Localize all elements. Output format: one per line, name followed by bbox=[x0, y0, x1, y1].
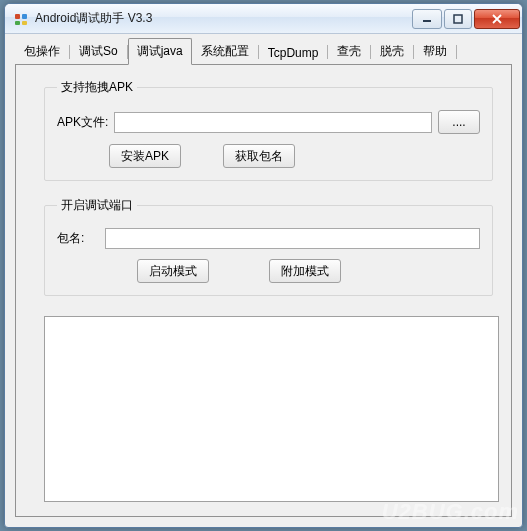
minimize-button[interactable] bbox=[412, 9, 442, 29]
tab-label: 查壳 bbox=[337, 44, 361, 58]
svg-rect-5 bbox=[454, 15, 462, 23]
tab-label: 帮助 bbox=[423, 44, 447, 58]
tab-system-config[interactable]: 系统配置 bbox=[192, 38, 258, 64]
tab-label: 调试java bbox=[137, 44, 183, 58]
tab-tcpdump[interactable]: TcpDump bbox=[259, 41, 328, 64]
group-drag-apk: 支持拖拽APK APK文件: .... 安装APK 获取包名 bbox=[44, 79, 493, 181]
titlebar[interactable]: Android调试助手 V3.3 bbox=[5, 4, 522, 34]
get-package-name-button[interactable]: 获取包名 bbox=[223, 144, 295, 168]
app-window: Android调试助手 V3.3 包操作 调试So 调试java 系统配置 Tc… bbox=[4, 3, 523, 528]
tab-label: 系统配置 bbox=[201, 44, 249, 58]
svg-rect-4 bbox=[423, 20, 431, 22]
client-area: 包操作 调试So 调试java 系统配置 TcpDump 查壳 脱壳 帮助 支持… bbox=[5, 34, 522, 527]
close-button[interactable] bbox=[474, 9, 520, 29]
install-apk-button[interactable]: 安装APK bbox=[109, 144, 181, 168]
launch-mode-button[interactable]: 启动模式 bbox=[137, 259, 209, 283]
tab-debug-so[interactable]: 调试So bbox=[70, 38, 127, 64]
group-open-debug-port: 开启调试端口 包名: 启动模式 附加模式 bbox=[44, 197, 493, 296]
svg-rect-1 bbox=[22, 14, 27, 19]
apk-file-input[interactable] bbox=[114, 112, 432, 133]
tab-help[interactable]: 帮助 bbox=[414, 38, 456, 64]
attach-mode-button[interactable]: 附加模式 bbox=[269, 259, 341, 283]
tab-label: TcpDump bbox=[268, 46, 319, 60]
tab-check-shell[interactable]: 查壳 bbox=[328, 38, 370, 64]
tab-label: 脱壳 bbox=[380, 44, 404, 58]
package-name-input[interactable] bbox=[105, 228, 480, 249]
browse-button[interactable]: .... bbox=[438, 110, 480, 134]
apk-file-label: APK文件: bbox=[57, 114, 108, 131]
svg-rect-3 bbox=[22, 21, 27, 25]
tab-label: 调试So bbox=[79, 44, 118, 58]
group-legend: 支持拖拽APK bbox=[57, 79, 137, 96]
tab-debug-java[interactable]: 调试java bbox=[128, 38, 192, 65]
tab-strip: 包操作 调试So 调试java 系统配置 TcpDump 查壳 脱壳 帮助 bbox=[15, 40, 512, 64]
window-controls bbox=[412, 9, 520, 29]
group-legend: 开启调试端口 bbox=[57, 197, 137, 214]
output-textarea[interactable] bbox=[44, 316, 499, 502]
svg-rect-2 bbox=[15, 21, 20, 25]
tab-unpack-shell[interactable]: 脱壳 bbox=[371, 38, 413, 64]
tab-package-ops[interactable]: 包操作 bbox=[15, 38, 69, 64]
window-title: Android调试助手 V3.3 bbox=[35, 10, 412, 27]
tab-label: 包操作 bbox=[24, 44, 60, 58]
package-name-label: 包名: bbox=[57, 230, 99, 247]
tab-page-debug-java: 支持拖拽APK APK文件: .... 安装APK 获取包名 开启调试端口 包名… bbox=[15, 64, 512, 517]
tab-separator bbox=[456, 45, 457, 59]
svg-rect-0 bbox=[15, 14, 20, 19]
app-icon bbox=[13, 11, 29, 27]
maximize-button[interactable] bbox=[444, 9, 472, 29]
